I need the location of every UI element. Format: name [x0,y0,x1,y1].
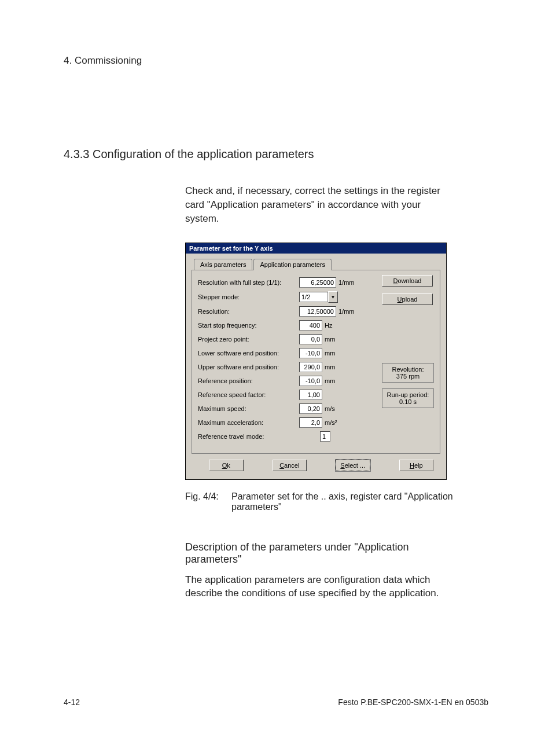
runup-value: 0.10 s [386,398,430,405]
label-resolution: Resolution: [198,308,299,315]
unit: m/s [325,405,335,412]
figure-caption: Fig. 4/4: Parameter set for the .. axis,… [185,491,488,512]
cancel-button[interactable]: Cancel [273,460,307,471]
form-panel: Resolution with full step (1/1): 6,25000… [192,270,440,454]
label-start-stop-freq: Start stop frequency: [198,322,299,329]
unit: mm [325,336,335,343]
tab-axis-parameters[interactable]: Axis parameters [194,259,252,270]
download-button[interactable]: Download [382,275,433,287]
label-ref-position: Reference position: [198,377,299,384]
label-upper-end: Upper software end position: [198,364,299,370]
runup-label: Run-up period: [386,391,430,398]
parameter-dialog: Parameter set for the Y axis Axis parame… [185,243,447,480]
input-lower-end[interactable]: -10,0 [299,348,322,358]
label-max-accel: Maximum acceleration: [198,419,299,426]
select-button[interactable]: Select ... [336,460,370,471]
input-max-accel[interactable]: 2,0 [299,417,322,428]
input-project-zero[interactable]: 0,0 [299,334,322,344]
input-upper-end[interactable]: 290,0 [299,362,322,372]
unit: mm [325,364,335,370]
subheading: Description of the parameters under "App… [185,541,457,566]
unit: Hz [325,322,332,329]
label-lower-end: Lower software end position: [198,350,299,357]
section-title: 4.3.3 Configuration of the application p… [64,148,488,161]
label-project-zero: Project zero point: [198,336,299,343]
select-stepper-mode[interactable]: 1/2 [299,292,328,302]
body-paragraph: The application parameters are configura… [185,574,457,600]
page-number: 4-12 [64,698,80,707]
ok-button[interactable]: Ok [209,460,244,471]
input-resolution-full-step[interactable]: 6,25000 [299,277,336,288]
unit: mm [325,350,335,357]
input-ref-position[interactable]: -10,0 [299,376,322,386]
doc-id: Festo P.BE-SPC200-SMX-1-EN en 0503b [338,698,488,707]
revolution-info: Revolution: 375 rpm [382,363,434,383]
input-ref-speed-factor[interactable]: 1,00 [299,390,322,400]
input-resolution[interactable]: 12,50000 [299,306,336,317]
dialog-title-bar: Parameter set for the Y axis [186,243,446,254]
input-start-stop-freq[interactable]: 400 [299,320,322,331]
upload-button[interactable]: Upload [382,293,433,305]
figure-caption-label: Fig. 4/4: [185,491,231,512]
chevron-down-icon[interactable]: ▼ [328,291,338,303]
label-ref-speed-factor: Reference speed factor: [198,391,299,398]
unit: m/s² [325,419,337,426]
revolution-label: Revolution: [386,366,430,373]
label-ref-travel-mode: Reference travel mode: [198,433,299,440]
unit: 1/mm [338,308,355,315]
tab-application-parameters[interactable]: Application parameters [253,259,332,270]
unit: 1/mm [338,279,355,286]
label-stepper-mode: Stepper mode: [198,293,299,300]
input-max-speed[interactable]: 0,20 [299,403,322,414]
chapter-header: 4. Commissioning [64,55,488,67]
unit: mm [325,377,335,384]
select-ref-travel-mode[interactable]: 1 [320,431,330,442]
label-resolution-full-step: Resolution with full step (1/1): [198,279,299,286]
figure-caption-text: Parameter set for the .. axis, register … [231,491,488,512]
label-max-speed: Maximum speed: [198,405,299,412]
help-button[interactable]: Help [399,460,434,471]
revolution-value: 375 rpm [386,373,430,380]
intro-paragraph: Check and, if necessary, correct the set… [185,184,457,225]
runup-info: Run-up period: 0.10 s [382,388,434,408]
